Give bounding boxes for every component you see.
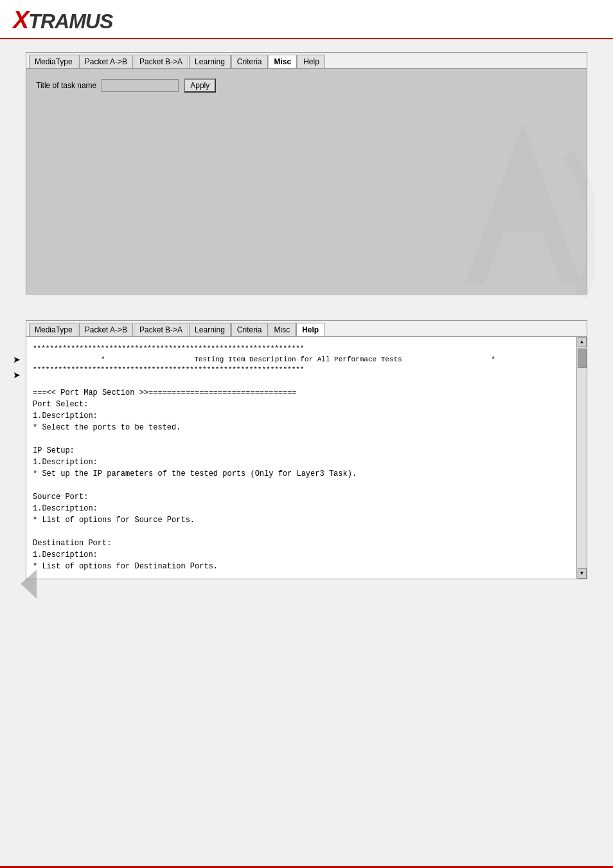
title-star-right: *: [491, 356, 495, 363]
source-port-sub: 1.Description:: [33, 503, 564, 514]
arrow-icon-1: ➤: [13, 354, 21, 365]
bottom-panel-tabs: MediaType Packet A->B Packet B->A Learni…: [26, 321, 587, 337]
port-select-desc: * Select the ports to be tested.: [33, 422, 564, 433]
header: XTRAMUS: [0, 0, 613, 39]
tab-mediatype-top[interactable]: MediaType: [29, 55, 78, 68]
tab-learning-top[interactable]: Learning: [189, 55, 231, 68]
scrollbar-thumb[interactable]: [578, 348, 587, 368]
scrollbar-up-button[interactable]: ▲: [578, 337, 587, 347]
top-panel: MediaType Packet A->B Packet B->A Learni…: [26, 52, 587, 294]
top-panel-body: Title of task name Apply: [26, 69, 587, 294]
tab-packet-ab-top[interactable]: Packet A->B: [79, 55, 133, 68]
apply-button[interactable]: Apply: [184, 78, 216, 93]
tab-criteria-top[interactable]: Criteria: [231, 55, 268, 68]
dest-port-name: Destination Port:: [33, 538, 564, 549]
dest-port-desc: * List of options for Destination Ports.: [33, 561, 564, 572]
ip-setup-sub: 1.Description:: [33, 457, 564, 468]
ip-setup-desc: * Set up the IP parameters of the tested…: [33, 468, 564, 480]
dest-port-sub: 1.Description:: [33, 549, 564, 561]
arrow-icon-2: ➤: [13, 370, 21, 380]
main-content: MediaType Packet A->B Packet B->A Learni…: [0, 39, 613, 611]
tab-mediatype-bottom[interactable]: MediaType: [29, 323, 78, 336]
tab-misc-top[interactable]: Misc: [269, 55, 298, 68]
title-star-left: *: [101, 356, 105, 363]
tab-criteria-bottom[interactable]: Criteria: [231, 323, 268, 336]
ip-setup-name: IP Setup:: [33, 445, 564, 457]
tab-help-top[interactable]: Help: [298, 55, 325, 68]
arrow-marker-1: ➤: [13, 354, 24, 365]
tab-learning-bottom[interactable]: Learning: [189, 323, 231, 336]
tab-packet-ba-top[interactable]: Packet B->A: [134, 55, 188, 68]
arrow-marker-2: ➤: [13, 370, 24, 380]
help-content: ****************************************…: [33, 343, 574, 572]
top-panel-tabs: MediaType Packet A->B Packet B->A Learni…: [26, 53, 587, 69]
task-name-label: Title of task name: [36, 81, 96, 90]
section-separator: ===<< Port Map Section >>===============…: [33, 387, 564, 399]
scrollbar[interactable]: ▲ ▼: [576, 337, 587, 579]
task-name-input[interactable]: [102, 79, 179, 92]
bottom-panel-body: ****************************************…: [26, 337, 587, 579]
stars-bottom: ****************************************…: [33, 365, 564, 375]
tab-help-bottom[interactable]: Help: [296, 323, 324, 336]
logo: XTRAMUS: [13, 6, 112, 34]
tab-packet-ba-bottom[interactable]: Packet B->A: [134, 323, 188, 336]
source-port-name: Source Port:: [33, 491, 564, 503]
task-name-row: Title of task name Apply: [36, 78, 577, 93]
arrow-markers: ➤ ➤: [13, 354, 24, 385]
source-port-desc: * List of options for Source Ports.: [33, 514, 564, 526]
port-select-sub: 1.Description:: [33, 410, 564, 422]
help-title-text: Testing Item Description for All Perform…: [194, 356, 402, 363]
logo-rest: TRAMUS: [28, 10, 112, 33]
logo-x: X: [13, 6, 28, 33]
help-title: * Testing Item Description for All Perfo…: [33, 354, 564, 365]
port-select-name: Port Select:: [33, 399, 564, 410]
stars-top: ****************************************…: [33, 343, 564, 354]
tab-misc-bottom[interactable]: Misc: [269, 323, 296, 336]
bottom-panel: MediaType Packet A->B Packet B->A Learni…: [26, 320, 587, 579]
tab-packet-ab-bottom[interactable]: Packet A->B: [79, 323, 133, 336]
scrollbar-down-button[interactable]: ▼: [578, 568, 587, 579]
